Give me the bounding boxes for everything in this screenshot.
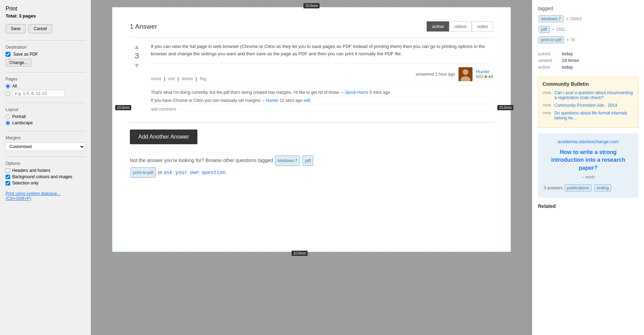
tag-windows7[interactable]: windows-7 xyxy=(275,155,300,166)
margin-bottom-label: 10.0mm xyxy=(292,251,308,256)
answer-text: If you can view the full page in web bro… xyxy=(151,43,493,58)
ad-question[interactable]: How to write a strong introduction into … xyxy=(544,148,633,172)
pages-custom-input[interactable] xyxy=(12,90,65,97)
margins-select[interactable]: Customised xyxy=(6,142,85,151)
share-link[interactable]: share xyxy=(151,76,161,81)
margin-top-label: 10.0mm xyxy=(303,3,320,8)
delete-link[interactable]: delete xyxy=(182,76,193,81)
community-bulletin: Community Bulletin meta Can I post a que… xyxy=(538,77,638,128)
comment-1: That's what I'm doing currently, but the… xyxy=(151,89,493,97)
active-label: active xyxy=(538,64,559,70)
print-panel: Print Total: 3 pages Save Cancel Destina… xyxy=(0,0,91,335)
bulletin-meta-2: meta xyxy=(542,103,552,108)
answer-header: 1 Answer active oldest votes xyxy=(130,21,493,32)
options-label: Options xyxy=(6,161,85,166)
pages-custom-radio[interactable] xyxy=(6,91,10,96)
bulletin-item-2: meta Community Promotion Ads - 2014 xyxy=(542,103,634,108)
bulletin-link-2[interactable]: Community Promotion Ads - 2014 xyxy=(554,103,617,108)
save-as-pdf-label: Save as PDF xyxy=(13,52,38,57)
asked-row: asked today xyxy=(538,51,638,56)
margin-right-label: 10.0mm xyxy=(497,105,513,110)
bulletin-item-1: meta Can I post a question about circumv… xyxy=(542,90,634,100)
comment-thread: That's what I'm doing currently, but the… xyxy=(151,85,493,105)
tab-active[interactable]: active xyxy=(427,21,449,32)
or-text: or xyxy=(158,169,162,175)
answer-body: ▲ 3 ▼ If you can view the full page in w… xyxy=(130,37,493,112)
portrait-label: Portrait xyxy=(12,114,26,119)
asked-val: today xyxy=(562,51,573,56)
comment-1-author[interactable]: Jacob Harris xyxy=(345,90,368,95)
viewed-label: viewed xyxy=(538,58,559,63)
system-dialog-link[interactable]: Print using system dialogue... (Ctrl+Shi… xyxy=(6,191,85,201)
comment-2-author[interactable]: Hunter xyxy=(266,98,279,103)
layout-label: Layout xyxy=(6,107,85,112)
pages-all-radio[interactable] xyxy=(6,84,10,89)
active-val: today xyxy=(562,64,573,70)
bulletin-meta-1: meta xyxy=(542,90,552,100)
related-tags-section: Not the answer you're looking for? Brows… xyxy=(130,155,493,179)
change-destination-button[interactable]: Change... xyxy=(6,59,31,67)
edit-link[interactable]: edit xyxy=(168,76,175,81)
flag-link[interactable]: flag xyxy=(200,76,206,81)
bulletin-link-1[interactable]: Can I post a question about circumventin… xyxy=(554,90,634,100)
answer-paragraph: If you can view the full page in web bro… xyxy=(151,43,493,58)
background-colors-checkbox[interactable] xyxy=(6,175,10,179)
post-meta-section: asked today viewed 19 times active today xyxy=(538,51,638,70)
sidebar-tag-windows7[interactable]: windows-7 xyxy=(539,15,564,22)
add-comment-link[interactable]: add comment xyxy=(151,107,176,112)
vote-column: ▲ 3 ▼ xyxy=(130,43,144,112)
headers-footers-checkbox[interactable] xyxy=(6,168,10,173)
tab-oldest[interactable]: oldest xyxy=(449,21,472,32)
tag-pdf[interactable]: pdf xyxy=(302,155,313,166)
print-page: 10.0mm 10.0mm 10.0mm 10.0mm 1 Answer act… xyxy=(112,7,511,252)
destination-label: Destination xyxy=(6,45,85,50)
answer-actions: share | edit | delete | flag xyxy=(151,76,206,81)
selection-only-checkbox[interactable] xyxy=(6,181,10,186)
comment-2-time: 12 secs ago xyxy=(280,98,302,103)
save-button[interactable]: Save xyxy=(6,24,26,33)
viewed-val: 19 times xyxy=(562,58,579,63)
ad-tag-publications[interactable]: publications xyxy=(565,184,592,191)
answer-title: 1 Answer xyxy=(130,23,157,30)
bulletin-item-3: meta Do questions about file format inte… xyxy=(542,111,634,120)
related-title: Related xyxy=(538,203,638,209)
comment-2-edit-link[interactable]: edit xyxy=(303,98,310,103)
vote-down-icon[interactable]: ▼ xyxy=(133,62,140,69)
ad-answers: 3 answers publications writing xyxy=(544,184,633,192)
user-info: Hunter 803 ●9 xyxy=(476,69,493,79)
answer-tabs: active oldest votes xyxy=(427,21,493,32)
asked-label: asked xyxy=(538,51,559,56)
add-another-answer-button[interactable]: Add Another Answer xyxy=(130,130,197,144)
tagged-label: tagged xyxy=(538,6,638,11)
ad-tag-writing[interactable]: writing xyxy=(594,184,611,191)
cancel-button[interactable]: Cancel xyxy=(28,24,52,33)
bulletin-title: Community Bulletin xyxy=(542,81,634,87)
ad-box: academia.stackexchange.com How to write … xyxy=(538,133,638,198)
tag-row-3: print-to-pdf × 76 xyxy=(538,36,638,44)
landscape-radio[interactable] xyxy=(6,121,10,125)
portrait-radio[interactable] xyxy=(6,114,10,119)
ad-site[interactable]: academia.stackexchange.com xyxy=(544,139,633,144)
print-total: Total: 3 pages xyxy=(6,13,85,19)
print-title: Print xyxy=(6,6,85,12)
vote-up-icon[interactable]: ▲ xyxy=(133,43,140,50)
tag1-count: × 29463 xyxy=(566,16,582,21)
tab-votes[interactable]: votes xyxy=(472,21,493,32)
ask-own-question-link[interactable]: ask your own question xyxy=(163,169,225,175)
background-colors-label: Background colours and images xyxy=(12,174,72,179)
comment-1-text: That's what I'm doing currently, but the… xyxy=(151,90,344,95)
save-as-pdf-checkbox[interactable] xyxy=(6,52,10,57)
bulletin-link-3[interactable]: Do questions about file format internals… xyxy=(554,111,634,120)
sidebar-tag-pdf[interactable]: pdf xyxy=(539,26,550,33)
tagged-section: tagged windows-7 × 29463 pdf × 1551 prin… xyxy=(538,6,638,44)
vote-count: 3 xyxy=(135,51,139,61)
margins-label: Margins xyxy=(6,135,85,140)
bulletin-meta-3: meta xyxy=(542,111,552,120)
sidebar-tag-print-to-pdf[interactable]: print-to-pdf xyxy=(539,36,564,43)
comment-2-text: If you have Chrome or Citrio you can man… xyxy=(151,98,265,103)
pages-all-label: All xyxy=(12,84,17,89)
username[interactable]: Hunter xyxy=(476,69,493,74)
answered-box: answered 1 hour ago Hunter 803 ●9 xyxy=(416,67,493,81)
reputation-badge xyxy=(484,75,487,78)
tag-print-to-pdf[interactable]: print-to-pdf xyxy=(131,167,156,178)
